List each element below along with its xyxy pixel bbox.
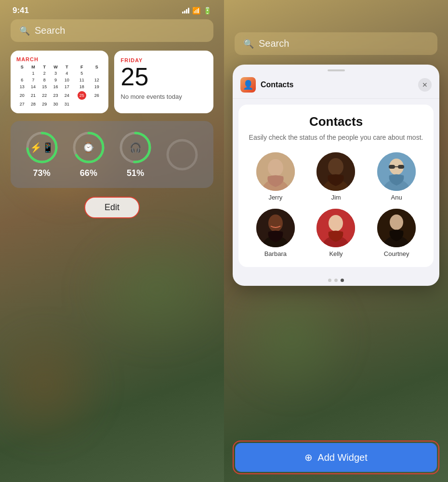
anu-avatar-svg xyxy=(377,152,416,191)
contact-item-jim[interactable]: Jim xyxy=(308,152,365,201)
barbara-avatar-svg xyxy=(256,209,295,247)
edit-button[interactable]: Edit xyxy=(84,197,140,218)
search-bar[interactable]: 🔍 Search xyxy=(11,19,213,42)
close-button[interactable]: ✕ xyxy=(418,78,432,92)
contact-item-courtney[interactable]: Courtney xyxy=(368,209,425,257)
add-widget-plus-icon: ⊕ xyxy=(304,452,313,463)
dot-1 xyxy=(328,279,331,282)
avatar-jim xyxy=(316,152,355,191)
contact-name-anu: Anu xyxy=(391,194,402,201)
wifi-icon: 📶 xyxy=(192,7,200,14)
widgets-row: MARCH S M T W T F S xyxy=(11,51,213,113)
status-bar: 9:41 📶 🔋 xyxy=(11,0,213,19)
battery-ring-empty xyxy=(165,138,199,172)
today-date: 25 xyxy=(78,91,86,100)
contact-item-kelly[interactable]: Kelly xyxy=(308,209,365,257)
calendar-grid: S M T W T F S 1 2 xyxy=(16,64,103,107)
avatar-kelly xyxy=(316,209,355,247)
card-handle xyxy=(328,69,345,71)
no-events-text: No more events today xyxy=(121,93,207,101)
right-search-label: Search xyxy=(259,38,289,49)
battery-item-watch: ⌚ 66% xyxy=(72,131,105,178)
watch-battery-pct: 66% xyxy=(80,168,97,178)
battery-widget: ⚡📱 73% ⌚ 66% 🎧 51% xyxy=(11,121,213,188)
battery-item-airpods: 🎧 51% xyxy=(119,131,152,178)
battery-icon: 🔋 xyxy=(203,7,211,14)
avatar-jerry xyxy=(256,152,295,191)
battery-circle-watch: ⌚ xyxy=(72,131,105,164)
svg-rect-16 xyxy=(389,165,395,169)
status-bar-spacer xyxy=(235,6,437,32)
friday-widget: FRIDAY 25 No more events today xyxy=(114,51,214,113)
avatar-courtney xyxy=(377,209,416,247)
dot-3 xyxy=(341,279,344,282)
contacts-widget-title: Contacts xyxy=(247,114,425,129)
widget-card: 👤 Contacts ✕ Contacts Easily check the s… xyxy=(233,65,439,286)
contact-name-jerry: Jerry xyxy=(268,194,282,201)
contact-item-anu[interactable]: Anu xyxy=(368,152,425,201)
widget-card-header: 👤 Contacts ✕ xyxy=(233,77,439,99)
svg-point-8 xyxy=(268,159,283,176)
watch-icon: ⌚ xyxy=(82,142,94,153)
contact-name-kelly: Kelly xyxy=(329,250,343,257)
signal-icon xyxy=(182,8,189,13)
contacts-icon-symbol: 👤 xyxy=(243,80,253,90)
contacts-app-icon: 👤 xyxy=(240,77,256,93)
contact-item-barbara[interactable]: Barbara xyxy=(247,209,304,257)
calendar-month: MARCH xyxy=(16,56,103,62)
phone-battery-pct: 73% xyxy=(33,168,51,178)
jerry-avatar-svg xyxy=(256,152,295,191)
avatar-anu xyxy=(377,152,416,191)
battery-circle-airpods: 🎧 xyxy=(119,131,152,164)
right-panel: 🔍 Search 👤 Contacts ✕ Contacts Easily ch… xyxy=(224,0,448,482)
contact-name-barbara: Barbara xyxy=(264,250,287,257)
widget-body: Contacts Easily check the status of the … xyxy=(238,105,434,267)
add-widget-section: ⊕ Add Widget xyxy=(224,433,448,482)
jim-avatar-svg xyxy=(316,152,355,191)
close-icon: ✕ xyxy=(422,81,428,89)
airpods-battery-pct: 51% xyxy=(127,168,144,178)
contact-item-jerry[interactable]: Jerry xyxy=(247,152,304,201)
battery-item-empty xyxy=(165,138,199,172)
right-top: 🔍 Search xyxy=(224,0,448,55)
svg-point-11 xyxy=(328,158,343,175)
add-widget-label: Add Widget xyxy=(317,452,367,463)
search-label: Search xyxy=(35,25,65,36)
widget-card-wrap: 👤 Contacts ✕ Contacts Easily check the s… xyxy=(224,55,448,433)
add-widget-border: ⊕ Add Widget xyxy=(233,441,439,474)
svg-rect-17 xyxy=(398,165,404,169)
avatar-barbara xyxy=(256,209,295,247)
edit-button-wrap: Edit xyxy=(11,197,213,218)
add-widget-button[interactable]: ⊕ Add Widget xyxy=(235,443,437,472)
calendar-widget: MARCH S M T W T F S xyxy=(11,51,108,113)
svg-point-6 xyxy=(168,140,197,169)
svg-point-20 xyxy=(268,214,283,232)
right-search-icon: 🔍 xyxy=(243,39,254,49)
svg-point-23 xyxy=(329,215,343,231)
battery-circle-empty xyxy=(165,138,199,172)
battery-item-phone: ⚡📱 73% xyxy=(25,131,59,178)
kelly-avatar-svg xyxy=(316,209,355,247)
widget-header-title: Contacts xyxy=(261,80,418,89)
time-display: 9:41 xyxy=(13,6,29,15)
contact-name-jim: Jim xyxy=(331,194,341,201)
friday-date-num: 25 xyxy=(121,64,207,89)
contacts-grid: Jerry Jim xyxy=(247,152,425,257)
svg-point-26 xyxy=(390,214,403,230)
contacts-widget-description: Easily check the status of the people yo… xyxy=(247,133,425,143)
battery-circle-phone: ⚡📱 xyxy=(25,131,59,164)
dot-2 xyxy=(334,279,338,282)
right-search-bar[interactable]: 🔍 Search xyxy=(235,32,437,55)
courtney-avatar-svg xyxy=(377,209,416,247)
phone-icon: ⚡📱 xyxy=(30,142,54,153)
contact-name-courtney: Courtney xyxy=(384,250,409,257)
airpods-icon: 🎧 xyxy=(130,142,142,153)
status-icons: 📶 🔋 xyxy=(182,7,211,14)
left-panel: 9:41 📶 🔋 🔍 Search MARCH S xyxy=(0,0,224,482)
pagination-dots xyxy=(233,273,439,286)
search-icon: 🔍 xyxy=(19,26,30,36)
